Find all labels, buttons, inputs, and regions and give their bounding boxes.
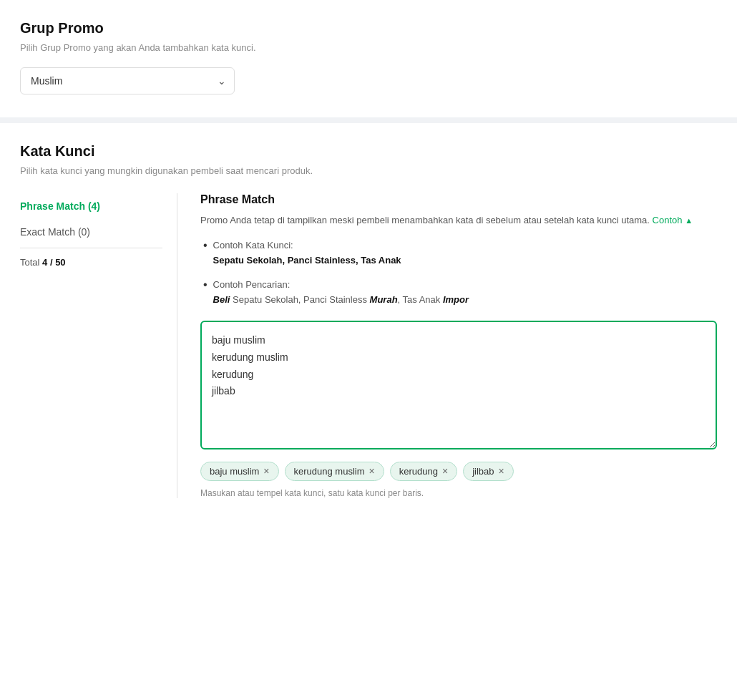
tag-label: kerudung [399, 466, 438, 477]
grup-promo-title: Grup Promo [20, 20, 717, 37]
grup-promo-select[interactable]: Muslim Lainnya [20, 67, 235, 94]
tag-remove-kerudung-muslim[interactable]: × [369, 466, 375, 476]
example-pencarian: • Contoh Pencarian: Beli Sepatu Sekolah,… [203, 278, 717, 308]
phrase-match-panel: Phrase Match Promo Anda tetap di tampilk… [177, 193, 717, 498]
tag-label: kerudung muslim [294, 466, 365, 477]
grup-promo-description: Pilih Grup Promo yang akan Anda tambahka… [20, 42, 717, 53]
grup-promo-select-wrapper: Muslim Lainnya ⌄ [20, 67, 235, 94]
tag-kerudung-muslim: kerudung muslim × [285, 462, 384, 481]
kata-kunci-section: Kata Kunci Pilih kata kunci yang mungkin… [0, 123, 737, 521]
tag-kerudung: kerudung × [390, 462, 457, 481]
tag-baju-muslim: baju muslim × [200, 462, 279, 481]
bullet-icon-2: • [203, 278, 208, 293]
tags-container: baju muslim × kerudung muslim × kerudung… [200, 462, 717, 481]
kata-kunci-description: Pilih kata kunci yang mungkin digunakan … [20, 165, 717, 176]
exact-match-nav-item[interactable]: Exact Match (0) [20, 219, 162, 245]
contoh-link[interactable]: Contoh ▲ [653, 215, 693, 225]
tag-label: jilbab [472, 466, 494, 477]
examples-block: • Contoh Kata Kunci: Sepatu Sekolah, Pan… [200, 238, 717, 308]
kata-kunci-title: Kata Kunci [20, 143, 717, 160]
chevron-up-icon: ▲ [685, 216, 693, 225]
phrase-match-description: Promo Anda tetap di tampilkan meski pemb… [200, 213, 717, 228]
tag-remove-jilbab[interactable]: × [499, 466, 504, 476]
phrase-match-nav-item[interactable]: Phrase Match (4) [20, 193, 162, 219]
grup-promo-section: Grup Promo Pilih Grup Promo yang akan An… [0, 0, 737, 117]
section-divider [0, 117, 737, 123]
tag-remove-baju-muslim[interactable]: × [263, 466, 269, 476]
bullet-icon: • [203, 238, 208, 253]
tag-jilbab: jilbab × [463, 462, 514, 481]
phrase-match-panel-title: Phrase Match [200, 193, 717, 206]
hint-text: Masukan atau tempel kata kunci, satu kat… [200, 488, 717, 498]
match-type-nav: Phrase Match (4) Exact Match (0) Total 4… [20, 193, 177, 498]
keyword-textarea[interactable]: baju muslim kerudung muslim kerudung jil… [200, 321, 717, 449]
example-kata-kunci: • Contoh Kata Kunci: Sepatu Sekolah, Pan… [203, 238, 717, 268]
nav-divider [20, 248, 162, 248]
tag-label: baju muslim [210, 466, 259, 477]
tag-remove-kerudung[interactable]: × [442, 466, 448, 476]
kata-kunci-layout: Phrase Match (4) Exact Match (0) Total 4… [20, 193, 717, 498]
total-label: Total 4 / 50 [20, 251, 162, 268]
